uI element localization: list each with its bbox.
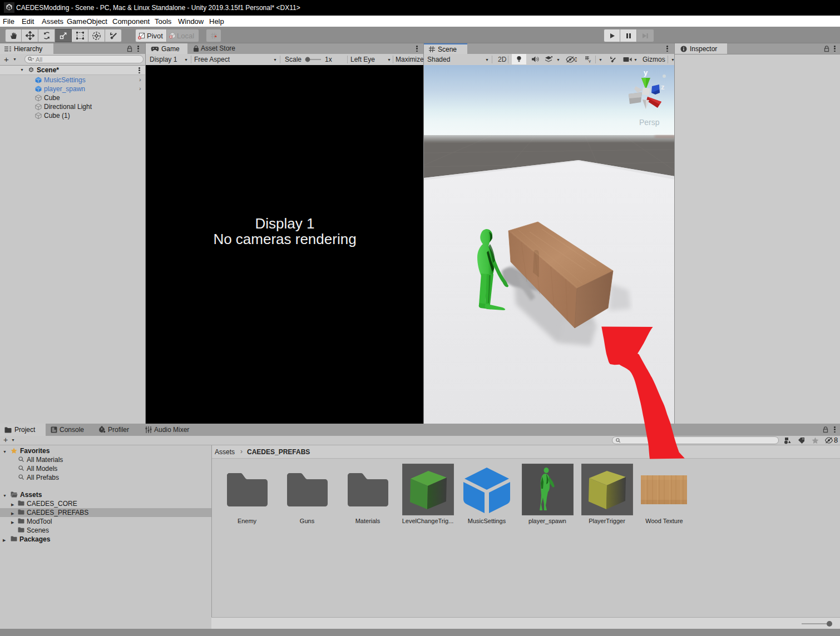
svg-text:y: y [589,58,591,63]
svg-text:0: 0 [575,57,577,63]
svg-text:y: y [644,68,648,77]
svg-text:z: z [661,83,665,91]
svg-text:Persp: Persp [639,118,660,127]
